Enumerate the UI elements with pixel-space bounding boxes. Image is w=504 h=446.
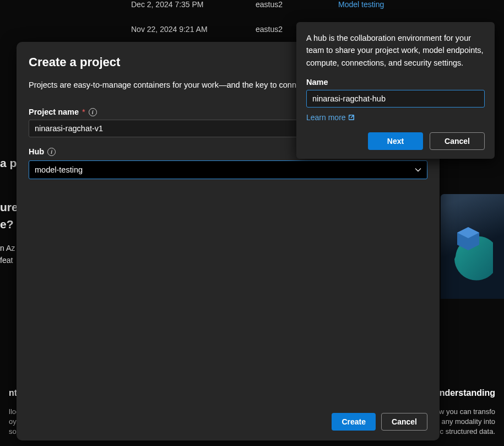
info-icon[interactable]: i — [47, 148, 56, 156]
cancel-button[interactable]: Cancel — [430, 132, 485, 150]
external-link-icon — [348, 114, 355, 121]
next-button[interactable]: Next — [368, 132, 423, 150]
create-button[interactable]: Create — [332, 413, 376, 431]
list-row: Dec 2, 2024 7:35 PM eastus2 Model testin… — [0, 0, 384, 9]
list-row: Nov 22, 2024 9:21 AM eastus2 — [0, 25, 311, 34]
learn-more-label: Learn more — [306, 113, 346, 122]
row-date: Nov 22, 2024 9:21 AM — [131, 25, 228, 34]
project-name-label: Project name — [29, 108, 79, 116]
hub-description: A hub is the collaboration environment f… — [306, 32, 485, 69]
chevron-down-icon — [415, 166, 421, 173]
azure-logo-icon — [449, 226, 501, 292]
hub-label-row: Hub i — [29, 147, 56, 156]
hub-name-input[interactable] — [306, 90, 485, 108]
cancel-button[interactable]: Cancel — [381, 413, 427, 431]
hub-selected-value: model-testing — [35, 165, 83, 174]
row-region: eastus2 — [256, 0, 311, 9]
info-icon[interactable]: i — [89, 108, 97, 116]
required-asterisk: * — [82, 108, 85, 116]
row-link[interactable]: Model testing — [338, 0, 384, 9]
bg-left-text-fragment: a p ure e? n Az feat — [0, 154, 18, 266]
hub-panel-footer: Next Cancel — [306, 132, 485, 150]
row-date: Dec 2, 2024 7:35 PM — [131, 0, 228, 9]
hub-name-label: Name — [306, 78, 485, 87]
hub-select[interactable]: model-testing — [29, 160, 427, 179]
modal-footer: Create Cancel — [17, 405, 440, 440]
hub-label: Hub — [29, 147, 44, 156]
learn-more-link[interactable]: Learn more — [306, 113, 355, 122]
create-hub-panel: A hub is the collaboration environment f… — [296, 22, 495, 159]
